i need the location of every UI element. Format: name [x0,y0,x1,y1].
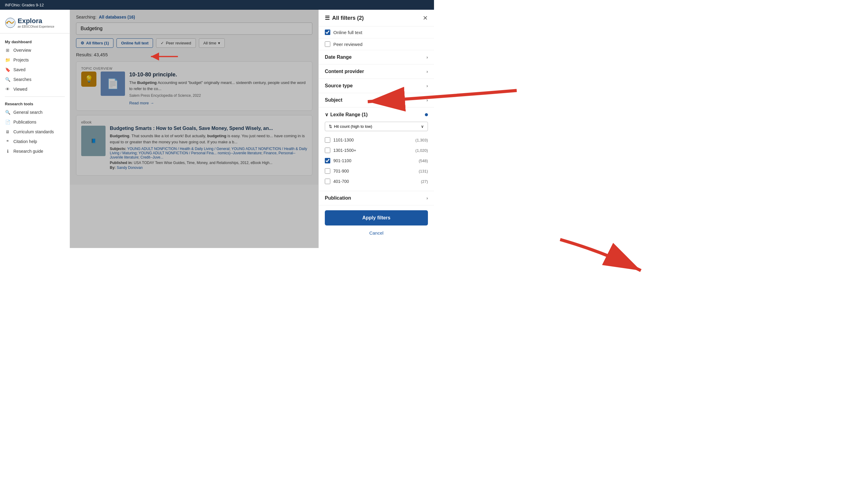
saved-icon: 🔖 [5,67,10,73]
subject-label: Subject [325,97,342,103]
sidebar-item-searches[interactable]: 🔍 Searches [0,75,70,84]
source-type-header[interactable]: Source type › [319,79,434,93]
sidebar-item-viewed[interactable]: 👁 Viewed [0,84,70,94]
sort-dropdown[interactable]: ⇅ Hit count (high to low) ∨ [325,122,428,131]
subject-link-3[interactable]: YOUNG ADULT NONFICTION / Personal Fina..… [139,151,261,155]
subject-link-5[interactable]: Credit--Juve... [141,155,163,159]
chevron-right-icon-4: › [427,98,428,103]
content-provider-section: Content provider › [319,64,434,79]
sidebar-item-label: Citation help [13,139,37,144]
lexile-checkbox-3[interactable] [325,168,330,174]
subject-section: Subject › [319,93,434,107]
research-guide-icon: ℹ [5,149,10,154]
card1-title: 10-10-80 principle. [129,72,307,78]
ebook-desc: Budgeting. That sounds like a lot of wor… [110,133,307,145]
peer-reviewed-label: Peer reviewed [166,41,191,45]
online-full-text-checkbox[interactable] [325,30,330,35]
content-provider-header[interactable]: Content provider › [319,64,434,78]
sidebar-item-label: Publications [13,120,36,124]
all-time-label: All time [204,41,216,45]
chevron-right-icon-2: › [427,69,428,74]
ebook-title: Budgeting Smarts : How to Set Goals, Sav… [110,126,307,131]
lexile-checkbox-1[interactable] [325,148,330,153]
card2-cover: 📘 [81,126,106,156]
sidebar-item-research-guide[interactable]: ℹ Research guide [0,146,70,156]
lexile-range-2[interactable]: 901-1100 [333,158,351,163]
sidebar-divider [5,96,65,97]
sidebar: Explora an EBSCOhost Experience My dashb… [0,10,70,248]
sidebar-item-curriculum[interactable]: 🖥 Curriculum standards [0,127,70,137]
sidebar-item-label: Research guide [13,149,43,154]
date-range-header[interactable]: Date Range › [319,50,434,64]
lexile-item-4: 401-700 (27) [325,176,428,187]
peer-reviewed-checkbox[interactable] [325,41,330,47]
main-content: Searching: All databases (16) ⚙ All filt… [70,10,318,185]
card1-image: 📄 [101,72,125,96]
publication-header[interactable]: Publication › [319,191,434,205]
filter-panel-header: ☰ All filters (2) ✕ [319,10,434,27]
cancel-button[interactable]: Cancel [319,228,434,238]
projects-icon: 📁 [5,57,10,63]
lexile-range-4[interactable]: 401-700 [333,179,349,184]
online-full-text-checkbox-label[interactable]: Online full text [333,30,362,35]
publications-icon: 📄 [5,119,10,125]
check-icon: ✓ [161,41,164,45]
sort-icon: ⇅ [329,124,332,129]
curriculum-icon: 🖥 [5,129,10,135]
lexile-checkbox-4[interactable] [325,179,330,184]
general-search-icon: 🔍 [5,110,10,115]
lexile-checkbox-0[interactable] [325,137,330,143]
filters-row: ⚙ All filters (1) Online full text ✓ Pee… [76,38,312,48]
all-time-button[interactable]: All time ▾ [199,38,225,48]
logo-subtitle: an EBSCOhost Experience [18,25,54,28]
databases-link[interactable]: All databases (16) [99,15,135,19]
sidebar-item-saved[interactable]: 🔖 Saved [0,65,70,75]
lexile-checkbox-2[interactable] [325,158,330,164]
card1-source: Salem Press Encyclopedia of Science, 202… [129,93,307,98]
lexile-item-2: 901-1100 (548) [325,155,428,166]
lexile-header[interactable]: ∨ Lexile Range (1) [319,107,434,122]
apply-filters-button[interactable]: Apply filters [325,210,428,226]
sidebar-item-overview[interactable]: ⊞ Overview [0,45,70,55]
filter-icon: ⚙ [81,41,84,45]
research-tools-label: Research tools [0,99,70,107]
peer-reviewed-button[interactable]: ✓ Peer reviewed [156,38,196,48]
read-more-link[interactable]: Read more → [129,101,154,105]
subjects-row: Subjects: YOUNG ADULT NONFICTION / Healt… [110,147,307,159]
subject-header[interactable]: Subject › [319,93,434,107]
sidebar-item-citation[interactable]: ❝ Citation help [0,137,70,146]
sidebar-item-projects[interactable]: 📁 Projects [0,55,70,65]
lexile-section: ∨ Lexile Range (1) ⇅ Hit count (high to … [319,107,434,191]
search-input-row [76,22,312,35]
sidebar-item-publications[interactable]: 📄 Publications [0,117,70,127]
lexile-count-2: (548) [419,158,428,163]
search-input[interactable] [76,22,312,35]
dashboard-label: My dashboard [0,37,70,45]
chevron-down-icon: ▾ [218,41,220,45]
author-link[interactable]: Sandy Donovan [117,166,143,170]
sidebar-item-label: Projects [13,58,29,62]
sidebar-item-label: General search [13,110,43,115]
explora-logo-icon [5,17,16,28]
lexile-range-1[interactable]: 1301-1500+ [333,148,356,153]
sidebar-item-label: Curriculum standards [13,129,54,134]
card1-desc: The Budgeting Accounting word "budget" o… [129,80,307,92]
online-full-text-button[interactable]: Online full text [116,38,153,48]
lexile-active-dot [425,113,428,116]
sidebar-item-general-search[interactable]: 🔍 General search [0,107,70,117]
top-bar: INFOhio: Grades 9-12 [0,0,434,10]
close-filter-panel-button[interactable]: ✕ [423,15,428,21]
subject-link-1[interactable]: YOUNG ADULT NONFICTION / Health & Daily … [127,147,229,151]
read-more-label: Read more [129,101,149,105]
close-icon: ✕ [423,15,428,21]
online-full-text-row: Online full text [319,27,434,38]
peer-reviewed-checkbox-label[interactable]: Peer reviewed [333,42,363,47]
all-filters-button[interactable]: ⚙ All filters (1) [76,38,113,48]
ebook-label: eBook [81,120,307,124]
lexile-count-0: (1,303) [415,138,428,142]
lexile-range-0[interactable]: 1101-1300 [333,138,354,142]
chevron-right-icon-3: › [427,83,428,88]
lexile-range-3[interactable]: 701-900 [333,169,349,173]
sidebar-item-label: Overview [13,48,31,53]
filter-icon-panel: ☰ [325,15,330,21]
